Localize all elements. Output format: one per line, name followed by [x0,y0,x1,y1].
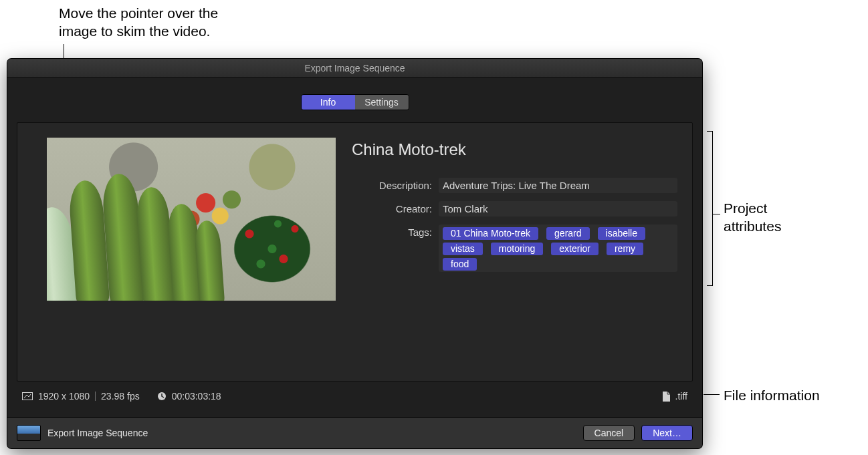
tags-field[interactable]: 01 China Moto-trek gerard isabelle vista… [439,224,677,272]
duration-text: 00:03:03:18 [172,391,221,402]
video-preview[interactable] [47,138,336,301]
frame-size-icon [22,392,33,400]
svg-rect-0 [23,393,33,400]
project-attributes: China Moto-trek Description: Adventure T… [352,138,677,381]
fps-text: 23.98 fps [101,391,140,402]
annotation-file-info: File information [724,386,820,404]
tab-settings[interactable]: Settings [355,95,409,110]
tag[interactable]: remy [607,243,643,255]
creator-field[interactable]: Tom Clark [439,201,677,216]
file-icon [662,392,670,402]
window-title: Export Image Sequence [7,59,702,78]
tag[interactable]: 01 China Moto-trek [443,227,538,240]
preset-thumbnail [17,425,41,441]
tag[interactable]: motoring [491,243,543,255]
tag[interactable]: gerard [546,227,589,240]
annotation-project-attrs: Project attributes [724,199,781,236]
tag[interactable]: vistas [443,243,483,255]
dialog-footer: Export Image Sequence Cancel Next… [7,417,702,448]
tags-label: Tags: [352,224,439,238]
clock-icon [157,392,167,401]
status-separator [95,392,96,401]
annotation-project-attrs-line [712,214,720,214]
annotation-project-attrs-bracket [707,131,713,286]
tag[interactable]: exterior [551,243,599,255]
tag[interactable]: isabelle [598,227,645,240]
preset-label: Export Image Sequence [47,428,148,438]
tag[interactable]: food [443,258,477,271]
annotation-skim: Move the pointer over the image to skim … [59,4,218,41]
file-extension-text: .tiff [675,391,687,402]
info-panel: China Moto-trek Description: Adventure T… [17,122,693,382]
description-field[interactable]: Adventure Trips: Live The Dream [439,178,677,193]
resolution-text: 1920 x 1080 [38,391,90,402]
status-bar: 1920 x 1080 23.98 fps 00:03:03:18 .tiff [17,382,693,402]
next-button[interactable]: Next… [641,425,693,441]
tab-info[interactable]: Info [302,95,355,110]
project-title[interactable]: China Moto-trek [352,140,677,159]
tab-bar: Info Settings [301,94,409,110]
export-dialog: Export Image Sequence Info Settings Chin… [7,59,702,448]
cancel-button[interactable]: Cancel [583,425,635,441]
annotation-file-info-line [703,394,720,395]
description-label: Description: [352,178,439,191]
creator-label: Creator: [352,201,439,214]
